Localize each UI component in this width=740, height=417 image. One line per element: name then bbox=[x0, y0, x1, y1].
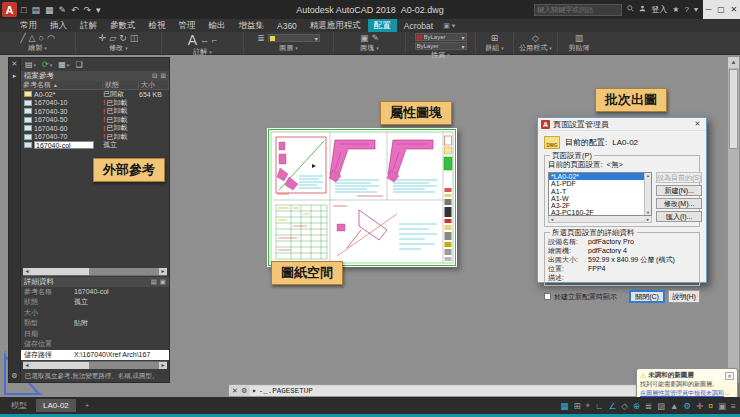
scroll-right-icon[interactable]: ► bbox=[159, 362, 167, 369]
canvas-vertical-scrollbar[interactable]: ▲ ▼ bbox=[728, 57, 739, 383]
tab-featured-apps[interactable]: 精選應用程式 bbox=[304, 19, 367, 33]
customization-menu-icon[interactable]: ≡ bbox=[731, 401, 736, 411]
list-item-selected[interactable]: *LA0-02* bbox=[549, 173, 651, 180]
palette-autohide-icon[interactable]: ▸ bbox=[13, 72, 17, 80]
annotation-monitor-icon[interactable]: ✛ bbox=[696, 401, 703, 411]
new-layout-tab[interactable]: + bbox=[78, 399, 97, 412]
list-item[interactable]: A3-2F bbox=[549, 202, 651, 209]
minimize-button[interactable]: ─ bbox=[706, 5, 712, 14]
transparency-icon[interactable]: ▨ bbox=[657, 401, 665, 411]
ribbon-options-icon[interactable]: ▣ ▾ bbox=[443, 22, 455, 30]
path-dropdown-icon[interactable]: ▾ bbox=[67, 62, 70, 68]
scroll-up-icon[interactable]: ▲ bbox=[646, 173, 650, 178]
undo-icon[interactable]: ↶ bbox=[71, 5, 79, 15]
tab-addins[interactable]: 增益集 bbox=[233, 19, 271, 33]
page-setup-list[interactable]: *LA0-02* A1-PDF A1-T A1-W A3-2F A3-PC160… bbox=[548, 172, 652, 216]
change-path-icon[interactable]: ▦ bbox=[58, 60, 66, 69]
xref-row[interactable]: 167040-50 !已卸載 bbox=[21, 116, 169, 125]
panel-layers-label[interactable]: 圖層 ▾ bbox=[246, 43, 331, 54]
detail-row-saved-path[interactable]: 儲存路徑X:\167040\Xref Arch\167 bbox=[21, 350, 169, 361]
dialog-close-icon[interactable]: ✕ bbox=[692, 119, 703, 129]
column-reference-name[interactable]: 參考名稱▲ bbox=[21, 81, 103, 89]
tab-view[interactable]: 檢視 bbox=[143, 19, 172, 33]
help-dropdown-icon[interactable]: ▾ bbox=[694, 5, 698, 14]
scrollbar-thumb[interactable] bbox=[729, 69, 738, 149]
xref-help-icon[interactable]: ❏ bbox=[75, 60, 82, 69]
polar-tracking-icon[interactable]: ∠ bbox=[609, 401, 617, 411]
lineweight-icon[interactable]: ≣ bbox=[645, 401, 652, 411]
scroll-left-icon[interactable]: ◄ bbox=[23, 268, 31, 275]
details-horizontal-scrollbar[interactable]: ◄ ► bbox=[23, 361, 167, 369]
search-icon[interactable] bbox=[627, 5, 634, 14]
import-button[interactable]: 匯入(I)... bbox=[656, 211, 702, 222]
xref-row[interactable]: 167040-30 !已卸載 bbox=[21, 107, 169, 116]
graphics-performance-icon[interactable]: ▣ bbox=[718, 401, 726, 411]
paste-icon[interactable]: ▥ bbox=[575, 33, 584, 43]
attach-dwg-icon[interactable]: ▤ bbox=[25, 60, 33, 69]
column-size[interactable]: 大小 bbox=[139, 81, 169, 89]
scroll-up-icon[interactable]: ▲ bbox=[728, 57, 739, 68]
dimension-tool-icon[interactable]: ↔ bbox=[200, 35, 209, 45]
panel-groups-label[interactable]: 群組 ▾ bbox=[478, 43, 511, 54]
list-item[interactable]: A1-W bbox=[549, 195, 651, 202]
snap-icon[interactable]: ⊞ bbox=[573, 401, 580, 411]
help-button[interactable]: 說明(H) bbox=[668, 290, 700, 303]
grid-icon[interactable]: ▦ bbox=[560, 401, 568, 411]
isometric-drafting-icon[interactable]: ◇ bbox=[621, 401, 628, 411]
customization-wrench-icon[interactable]: ⚙ bbox=[241, 387, 247, 395]
group-icon[interactable]: ⊞ bbox=[491, 33, 499, 43]
refresh-dropdown-icon[interactable]: ▾ bbox=[50, 62, 53, 68]
help-icon[interactable]: ? bbox=[685, 5, 689, 14]
app-store-icon[interactable]: ★ bbox=[672, 5, 679, 14]
xref-horizontal-scrollbar[interactable]: ◄ ► bbox=[23, 268, 167, 276]
model-tab[interactable]: 模型 bbox=[4, 398, 34, 413]
xref-row[interactable]: 167040-60 !已卸載 bbox=[21, 124, 169, 133]
rename-edit-field[interactable]: 167040-col bbox=[34, 141, 94, 149]
edit-block-icon[interactable]: ✎ bbox=[371, 33, 379, 43]
polyline-tool-icon[interactable]: △ bbox=[29, 33, 36, 43]
list-item[interactable]: A3-PC160-2F bbox=[549, 209, 651, 216]
object-snap-icon[interactable]: ⊕ bbox=[633, 401, 640, 411]
scroll-right-icon[interactable]: ► bbox=[159, 268, 167, 275]
qat-customize-icon[interactable]: ▾ bbox=[96, 5, 101, 15]
mirror-tool-icon[interactable]: ◫ bbox=[130, 33, 139, 43]
tab-manage[interactable]: 管理 bbox=[173, 19, 202, 33]
modify-button[interactable]: 修改(M)... bbox=[656, 198, 702, 209]
redo-icon[interactable]: ↷ bbox=[84, 5, 92, 15]
layout-tab-la0-02[interactable]: LA0-02 bbox=[36, 399, 76, 412]
autocad-app-menu-icon[interactable]: A bbox=[2, 2, 17, 17]
list-item[interactable]: A1-T bbox=[549, 188, 651, 195]
list-vertical-scrollbar[interactable]: ▲▼ bbox=[644, 173, 651, 215]
object-color-dropdown[interactable]: ByLayer▾ bbox=[415, 33, 467, 41]
attach-dropdown-icon[interactable]: ▾ bbox=[34, 62, 37, 68]
copy-tool-icon[interactable]: ▱ bbox=[109, 33, 116, 43]
rotate-tool-icon[interactable]: ↻ bbox=[119, 33, 127, 43]
scroll-right-icon[interactable]: ► bbox=[646, 217, 650, 222]
tab-home[interactable]: 常用 bbox=[14, 19, 43, 33]
restore-button[interactable]: ▢ bbox=[717, 5, 725, 14]
scrollbar-thumb[interactable] bbox=[31, 268, 89, 275]
lineweight-dropdown[interactable]: ByLayer▾ bbox=[415, 42, 467, 50]
tab-output[interactable]: 輸出 bbox=[203, 19, 232, 33]
panel-utilities-label[interactable]: 公用程式 ▾ bbox=[516, 43, 555, 54]
leader-tool-icon[interactable]: ⌐ bbox=[212, 35, 217, 45]
layer-properties-icon[interactable]: ≣ bbox=[257, 33, 265, 43]
dialog-title-bar[interactable]: A 頁面設置管理員 ✕ bbox=[538, 118, 706, 131]
panel-draw-label[interactable]: 繪製 ▾ bbox=[2, 43, 73, 54]
help-search-input[interactable] bbox=[534, 4, 622, 16]
preview-view-icon[interactable]: ▣ bbox=[160, 278, 166, 286]
open-folder-icon[interactable]: ▤ bbox=[31, 5, 40, 15]
circle-tool-icon[interactable]: ○ bbox=[39, 33, 44, 43]
line-tool-icon[interactable]: ╱ bbox=[20, 33, 25, 43]
scroll-left-icon[interactable]: ◄ bbox=[23, 362, 31, 369]
refresh-icon[interactable]: ⟳ bbox=[42, 60, 49, 69]
column-status[interactable]: 狀態 bbox=[103, 81, 139, 89]
panel-properties-label[interactable]: 性質 ▾ bbox=[408, 50, 473, 61]
measure-icon[interactable]: ◇ bbox=[532, 33, 539, 43]
insert-block-icon[interactable]: ▣ bbox=[360, 33, 369, 43]
workspace-gear-icon[interactable]: ⚙ bbox=[684, 401, 692, 411]
tab-insert[interactable]: 插入 bbox=[44, 19, 73, 33]
tab-parametric[interactable]: 參數式 bbox=[104, 19, 142, 33]
list-horizontal-scrollbar[interactable]: ◄► bbox=[548, 216, 652, 223]
arc-tool-icon[interactable]: ◠ bbox=[47, 33, 55, 43]
